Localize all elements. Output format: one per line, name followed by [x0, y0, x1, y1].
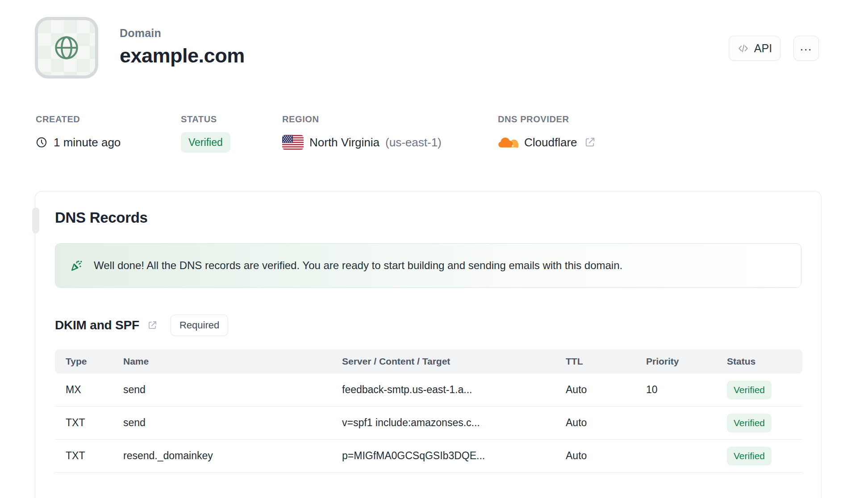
page-eyebrow: Domain	[120, 27, 245, 40]
domain-avatar	[35, 17, 98, 79]
dns-provider-value: Cloudflare	[498, 132, 597, 153]
region-name: North Virginia	[309, 136, 380, 149]
region-code: (us-east-1)	[385, 136, 442, 149]
record-name: resend._domainkey	[123, 450, 342, 462]
region-value: North Virginia (us-east-1)	[282, 132, 442, 153]
record-priority: 10	[646, 384, 727, 396]
more-menu-button[interactable]: ...	[793, 36, 819, 61]
code-icon	[737, 42, 749, 54]
record-type: TXT	[66, 450, 123, 462]
status-label: STATUS	[181, 114, 217, 124]
record-content[interactable]: p=MIGfMA0GCSqGSIb3DQE...	[342, 450, 566, 462]
dns-provider-label: DNS PROVIDER	[498, 114, 569, 124]
api-button-label: API	[754, 42, 772, 55]
record-ttl: Auto	[566, 384, 646, 396]
created-text: 1 minute ago	[54, 136, 121, 149]
table-row: TXT resend._domainkey p=MIGfMA0GCSqGSIb3…	[55, 440, 802, 473]
dns-records-table: Type Name Server / Content / Target TTL …	[55, 349, 802, 473]
col-ttl: TTL	[566, 356, 646, 367]
required-badge: Required	[171, 315, 228, 336]
status-verified-badge: Verified	[181, 132, 230, 153]
record-status-badge: Verified	[727, 381, 772, 399]
record-name: send	[123, 384, 342, 396]
globe-icon	[52, 33, 81, 62]
api-button[interactable]: API	[729, 36, 780, 61]
record-status-badge: Verified	[727, 414, 772, 432]
success-banner-text: Well done! All the DNS records are verif…	[94, 259, 622, 272]
dns-provider-name: Cloudflare	[524, 136, 577, 149]
col-content: Server / Content / Target	[342, 356, 566, 367]
clock-icon	[35, 136, 48, 149]
card-title: DNS Records	[55, 209, 821, 226]
record-ttl: Auto	[566, 417, 646, 429]
col-priority: Priority	[646, 356, 727, 367]
us-flag-icon	[282, 135, 304, 150]
col-status: Status	[727, 356, 802, 367]
page-title: example.com	[120, 44, 245, 67]
created-label: CREATED	[36, 114, 80, 124]
record-status-badge: Verified	[727, 447, 772, 465]
domain-detail-page: Domain example.com API ... CREATED 1 min…	[0, 0, 868, 498]
status-value: Verified	[181, 132, 230, 153]
dns-records-card: DNS Records Well done! All the DNS recor…	[35, 191, 822, 498]
table-row: TXT send v=spf1 include:amazonses.c... A…	[55, 407, 802, 440]
record-ttl: Auto	[566, 450, 646, 462]
table-header-row: Type Name Server / Content / Target TTL …	[55, 349, 802, 374]
col-type: Type	[66, 356, 123, 367]
external-link-icon[interactable]	[146, 320, 158, 331]
ellipsis-icon: ...	[800, 40, 813, 54]
external-link-icon[interactable]	[583, 136, 597, 149]
section-title: DKIM and SPF	[55, 318, 139, 332]
record-type: TXT	[66, 417, 123, 429]
col-name: Name	[123, 356, 342, 367]
record-name: send	[123, 417, 342, 429]
success-banner: Well done! All the DNS records are verif…	[55, 243, 801, 288]
record-content[interactable]: feedback-smtp.us-east-1.a...	[342, 384, 566, 396]
page-header: Domain example.com	[120, 27, 245, 67]
cloudflare-icon	[498, 135, 518, 149]
party-popper-icon	[69, 258, 84, 273]
section-anchor-indicator	[32, 208, 39, 233]
dkim-spf-section-header: DKIM and SPF Required	[55, 315, 801, 336]
header-actions: API ...	[729, 36, 819, 61]
record-content[interactable]: v=spf1 include:amazonses.c...	[342, 417, 566, 429]
region-label: REGION	[282, 114, 319, 124]
record-type: MX	[66, 384, 123, 396]
table-row: MX send feedback-smtp.us-east-1.a... Aut…	[55, 374, 802, 407]
created-value: 1 minute ago	[35, 132, 121, 153]
